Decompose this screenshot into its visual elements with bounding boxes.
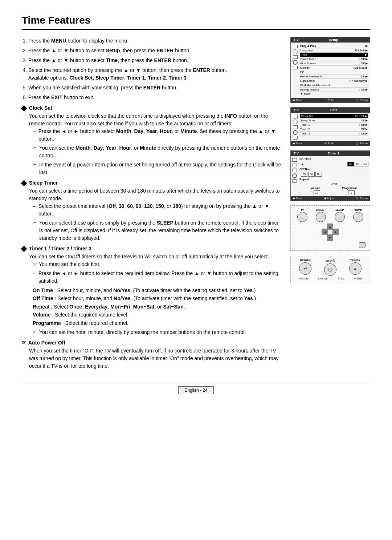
remote-top-row: TV ⬜ CH LIST ⬜ SLEEP ⬜ HDMI ⬜ [294,209,367,222]
main-content: Press the MENU button to display the men… [22,37,283,372]
tv-setup-diagram: T V Setup Plug & Play ▶ Language : Engli… [290,37,370,103]
remote-hdmi-btn[interactable]: HDMI ⬜ [353,209,363,222]
tv-setup-footer: ◆ Move ↵ Enter ◌ Return [291,98,370,102]
step-4: Select the required option by pressing t… [28,67,283,82]
phone-icon: ☞ [22,340,26,345]
sleep-bullet-1: Select the preset time interval (Off, 30… [33,202,283,218]
tv-setup-menu: Plug & Play ▶ Language : English ▶ Time … [300,44,368,96]
step-6: Press the EXIT button to exit. [28,94,283,101]
page-title: Time Features [22,15,370,30]
remote-ttxmix-btn[interactable]: TTX/MIX ≡ [349,259,362,276]
clock-arrow-1: You can set the Month, Day, Year, Hour, … [33,144,283,160]
timer-arrow-1: You can set the hour, minute, directly b… [33,329,283,336]
tv-setup-header: T V Setup [291,37,370,43]
footer-label: English - 24 [178,386,213,394]
nav-left[interactable]: ◄ [322,229,328,235]
clock-set-section: Clock Set [22,105,283,111]
diamond-icon [21,105,27,112]
remote-bottom-row: RETURN ↩ INFO ⓘ ⓘ TTX/MIX ≡ [294,259,367,276]
remote-tv-btn[interactable]: TV ⬜ [297,209,307,222]
remote-amode-label: AMODE [299,277,308,280]
tv-time-icons [293,114,299,140]
sleep-arrow-1: You can select these options simply by p… [33,219,283,242]
remote-sleep-btn[interactable]: SLEEP ⬜ [335,209,345,222]
tv-time-footer: ◆ Move ↵ Enter ◌ Return [291,141,370,146]
tv-time-header: T V Time [291,108,370,113]
timer-body: You can set the On/Off timers so that th… [29,253,283,336]
remote-control-1: TV ⬜ CH LIST ⬜ SLEEP ⬜ HDMI ⬜ ▲ [290,205,370,251]
tv-timer-diagram: T V Timer 1 On Time ◄ [290,150,370,201]
tv-timer-header: T V Timer 1 [291,151,370,156]
step-5: When you are satisfied with your setting… [28,84,283,92]
remote-still-label: STILL [338,277,344,280]
nav-right[interactable]: ► [332,229,339,235]
diamond-icon-2 [21,180,27,186]
remote-info-btn[interactable]: INFO ⓘ ⓘ [324,259,336,276]
remote-small-btn[interactable] [359,242,366,247]
auto-power-body: When you set the timer "On", the TV will… [29,347,283,370]
step-1: Press the MENU button to display the men… [28,37,283,45]
diamond-icon-3 [21,246,27,252]
sleep-timer-section: Sleep Timer [22,180,283,186]
clock-bullet-1: Press the ◄ or ► button to select Month,… [33,128,283,143]
sleep-timer-body: You can select a time period of between … [29,187,283,242]
remote-return-btn[interactable]: RETURN ↩ [299,259,311,276]
remote-chlist-btn[interactable]: CH LIST ⬜ [316,209,326,222]
auto-power-section: ☞ Auto Power Off [22,340,283,346]
clock-set-body: You can set the television clock so that… [29,112,283,176]
right-diagrams: T V Setup Plug & Play ▶ Language : Engli… [290,37,370,372]
remote-smode-label: S.MODE [318,277,328,280]
clock-arrow-2: In the event of a power interruption or … [33,161,283,176]
timer-bullet-1: Press the ◄ or ► button to select the re… [33,270,283,285]
tv-timer-content: On Time ◄ 00 00 No Off Time [299,157,368,195]
nav-down[interactable]: ▼ [327,234,333,241]
timer-section: Timer 1 / Timer 2 / Timer 3 [22,246,283,251]
step-2: Press the ▲ or ▼ button to select Setup,… [28,47,283,55]
tv-time-menu: Clock Set : 00 : 00 ▶ Sleep Timer : Off … [300,114,368,140]
remote-control-2: RETURN ↩ INFO ⓘ ⓘ TTX/MIX ≡ AMODE S.MODE… [290,256,370,283]
tv-time-diagram: T V Time Clock Set : 00 : 00 ▶ Sleep Tim… [290,107,370,146]
tv-repeat-value: Once [299,182,368,185]
nav-cross[interactable]: ▲ ▼ ◄ ► [322,223,339,241]
step-3: Press the ▲ or ▼ button to select Time, … [28,57,283,64]
steps-list: Press the MENU button to display the men… [28,37,283,101]
tv-setup-icons [293,44,299,96]
tv-timer-icons [292,157,298,195]
note-icon: ☞ [33,261,37,268]
page-footer: English - 24 [22,383,370,394]
tv-timer-footer: ▶ Move ◆ Adjust ◌ Return [291,196,370,201]
remote-psize-label: P.SIZE [354,277,362,280]
